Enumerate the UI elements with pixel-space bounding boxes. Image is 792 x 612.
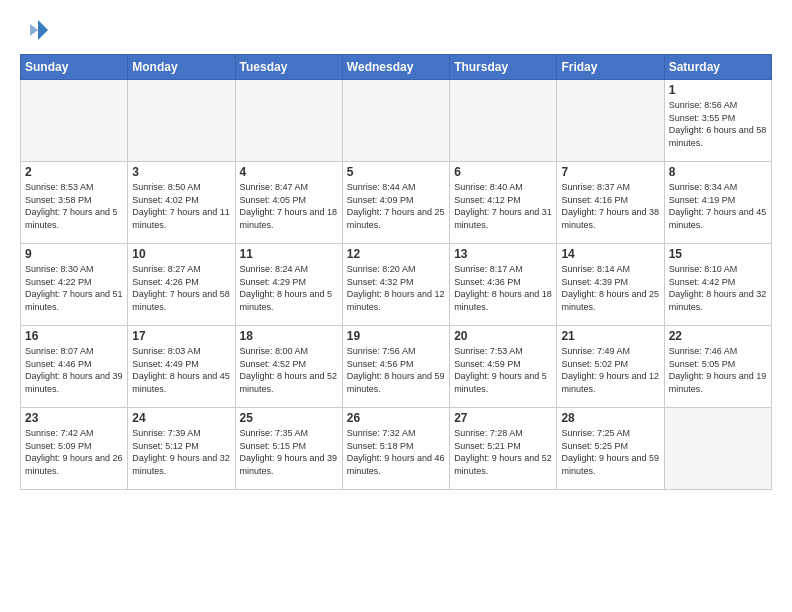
day-number: 9 <box>25 247 123 261</box>
page: SundayMondayTuesdayWednesdayThursdayFrid… <box>0 0 792 612</box>
day-number: 20 <box>454 329 552 343</box>
calendar-body: 1Sunrise: 8:56 AM Sunset: 3:55 PM Daylig… <box>21 80 772 490</box>
day-header: Tuesday <box>235 55 342 80</box>
calendar-cell: 22Sunrise: 7:46 AM Sunset: 5:05 PM Dayli… <box>664 326 771 408</box>
calendar-cell: 23Sunrise: 7:42 AM Sunset: 5:09 PM Dayli… <box>21 408 128 490</box>
header <box>20 16 772 44</box>
day-header: Sunday <box>21 55 128 80</box>
calendar-cell: 14Sunrise: 8:14 AM Sunset: 4:39 PM Dayli… <box>557 244 664 326</box>
day-header: Monday <box>128 55 235 80</box>
calendar-cell: 26Sunrise: 7:32 AM Sunset: 5:18 PM Dayli… <box>342 408 449 490</box>
calendar-week: 23Sunrise: 7:42 AM Sunset: 5:09 PM Dayli… <box>21 408 772 490</box>
calendar-cell <box>342 80 449 162</box>
day-info: Sunrise: 8:27 AM Sunset: 4:26 PM Dayligh… <box>132 263 230 313</box>
calendar-cell: 2Sunrise: 8:53 AM Sunset: 3:58 PM Daylig… <box>21 162 128 244</box>
day-info: Sunrise: 8:20 AM Sunset: 4:32 PM Dayligh… <box>347 263 445 313</box>
logo-icon <box>20 16 48 44</box>
day-number: 2 <box>25 165 123 179</box>
svg-marker-0 <box>38 20 48 40</box>
day-number: 5 <box>347 165 445 179</box>
day-number: 25 <box>240 411 338 425</box>
header-row: SundayMondayTuesdayWednesdayThursdayFrid… <box>21 55 772 80</box>
calendar-cell <box>450 80 557 162</box>
day-info: Sunrise: 7:39 AM Sunset: 5:12 PM Dayligh… <box>132 427 230 477</box>
day-info: Sunrise: 8:10 AM Sunset: 4:42 PM Dayligh… <box>669 263 767 313</box>
day-info: Sunrise: 8:30 AM Sunset: 4:22 PM Dayligh… <box>25 263 123 313</box>
calendar-cell: 1Sunrise: 8:56 AM Sunset: 3:55 PM Daylig… <box>664 80 771 162</box>
day-number: 21 <box>561 329 659 343</box>
calendar-cell: 24Sunrise: 7:39 AM Sunset: 5:12 PM Dayli… <box>128 408 235 490</box>
day-info: Sunrise: 7:46 AM Sunset: 5:05 PM Dayligh… <box>669 345 767 395</box>
calendar-cell: 25Sunrise: 7:35 AM Sunset: 5:15 PM Dayli… <box>235 408 342 490</box>
calendar-cell: 20Sunrise: 7:53 AM Sunset: 4:59 PM Dayli… <box>450 326 557 408</box>
calendar-cell: 15Sunrise: 8:10 AM Sunset: 4:42 PM Dayli… <box>664 244 771 326</box>
day-info: Sunrise: 8:34 AM Sunset: 4:19 PM Dayligh… <box>669 181 767 231</box>
calendar-cell: 8Sunrise: 8:34 AM Sunset: 4:19 PM Daylig… <box>664 162 771 244</box>
calendar-cell <box>235 80 342 162</box>
calendar-cell <box>21 80 128 162</box>
calendar-cell: 4Sunrise: 8:47 AM Sunset: 4:05 PM Daylig… <box>235 162 342 244</box>
day-info: Sunrise: 7:32 AM Sunset: 5:18 PM Dayligh… <box>347 427 445 477</box>
day-number: 27 <box>454 411 552 425</box>
calendar-cell <box>557 80 664 162</box>
day-info: Sunrise: 7:56 AM Sunset: 4:56 PM Dayligh… <box>347 345 445 395</box>
day-info: Sunrise: 7:49 AM Sunset: 5:02 PM Dayligh… <box>561 345 659 395</box>
calendar-cell: 21Sunrise: 7:49 AM Sunset: 5:02 PM Dayli… <box>557 326 664 408</box>
calendar-cell: 3Sunrise: 8:50 AM Sunset: 4:02 PM Daylig… <box>128 162 235 244</box>
logo <box>20 16 50 44</box>
day-number: 14 <box>561 247 659 261</box>
day-number: 28 <box>561 411 659 425</box>
calendar-cell: 5Sunrise: 8:44 AM Sunset: 4:09 PM Daylig… <box>342 162 449 244</box>
calendar-cell: 7Sunrise: 8:37 AM Sunset: 4:16 PM Daylig… <box>557 162 664 244</box>
day-number: 4 <box>240 165 338 179</box>
day-number: 8 <box>669 165 767 179</box>
day-number: 26 <box>347 411 445 425</box>
calendar-cell: 18Sunrise: 8:00 AM Sunset: 4:52 PM Dayli… <box>235 326 342 408</box>
svg-marker-1 <box>30 24 38 36</box>
calendar-cell: 28Sunrise: 7:25 AM Sunset: 5:25 PM Dayli… <box>557 408 664 490</box>
day-number: 16 <box>25 329 123 343</box>
calendar: SundayMondayTuesdayWednesdayThursdayFrid… <box>20 54 772 490</box>
day-info: Sunrise: 8:56 AM Sunset: 3:55 PM Dayligh… <box>669 99 767 149</box>
day-number: 18 <box>240 329 338 343</box>
day-number: 12 <box>347 247 445 261</box>
day-number: 17 <box>132 329 230 343</box>
calendar-week: 2Sunrise: 8:53 AM Sunset: 3:58 PM Daylig… <box>21 162 772 244</box>
day-header: Wednesday <box>342 55 449 80</box>
day-info: Sunrise: 7:42 AM Sunset: 5:09 PM Dayligh… <box>25 427 123 477</box>
day-number: 24 <box>132 411 230 425</box>
day-info: Sunrise: 8:44 AM Sunset: 4:09 PM Dayligh… <box>347 181 445 231</box>
calendar-cell: 17Sunrise: 8:03 AM Sunset: 4:49 PM Dayli… <box>128 326 235 408</box>
day-info: Sunrise: 7:53 AM Sunset: 4:59 PM Dayligh… <box>454 345 552 395</box>
calendar-cell <box>664 408 771 490</box>
day-header: Friday <box>557 55 664 80</box>
calendar-cell: 9Sunrise: 8:30 AM Sunset: 4:22 PM Daylig… <box>21 244 128 326</box>
day-info: Sunrise: 8:40 AM Sunset: 4:12 PM Dayligh… <box>454 181 552 231</box>
calendar-cell: 19Sunrise: 7:56 AM Sunset: 4:56 PM Dayli… <box>342 326 449 408</box>
day-header: Saturday <box>664 55 771 80</box>
day-info: Sunrise: 8:47 AM Sunset: 4:05 PM Dayligh… <box>240 181 338 231</box>
day-info: Sunrise: 7:35 AM Sunset: 5:15 PM Dayligh… <box>240 427 338 477</box>
day-info: Sunrise: 8:37 AM Sunset: 4:16 PM Dayligh… <box>561 181 659 231</box>
day-info: Sunrise: 7:25 AM Sunset: 5:25 PM Dayligh… <box>561 427 659 477</box>
day-number: 13 <box>454 247 552 261</box>
day-info: Sunrise: 8:00 AM Sunset: 4:52 PM Dayligh… <box>240 345 338 395</box>
calendar-cell: 13Sunrise: 8:17 AM Sunset: 4:36 PM Dayli… <box>450 244 557 326</box>
day-info: Sunrise: 8:03 AM Sunset: 4:49 PM Dayligh… <box>132 345 230 395</box>
day-number: 15 <box>669 247 767 261</box>
day-number: 6 <box>454 165 552 179</box>
day-info: Sunrise: 8:50 AM Sunset: 4:02 PM Dayligh… <box>132 181 230 231</box>
day-header: Thursday <box>450 55 557 80</box>
day-number: 7 <box>561 165 659 179</box>
calendar-cell: 11Sunrise: 8:24 AM Sunset: 4:29 PM Dayli… <box>235 244 342 326</box>
day-info: Sunrise: 8:14 AM Sunset: 4:39 PM Dayligh… <box>561 263 659 313</box>
calendar-cell: 27Sunrise: 7:28 AM Sunset: 5:21 PM Dayli… <box>450 408 557 490</box>
day-info: Sunrise: 8:24 AM Sunset: 4:29 PM Dayligh… <box>240 263 338 313</box>
day-number: 10 <box>132 247 230 261</box>
day-number: 23 <box>25 411 123 425</box>
calendar-header: SundayMondayTuesdayWednesdayThursdayFrid… <box>21 55 772 80</box>
day-number: 1 <box>669 83 767 97</box>
day-number: 11 <box>240 247 338 261</box>
day-info: Sunrise: 8:17 AM Sunset: 4:36 PM Dayligh… <box>454 263 552 313</box>
calendar-cell: 16Sunrise: 8:07 AM Sunset: 4:46 PM Dayli… <box>21 326 128 408</box>
